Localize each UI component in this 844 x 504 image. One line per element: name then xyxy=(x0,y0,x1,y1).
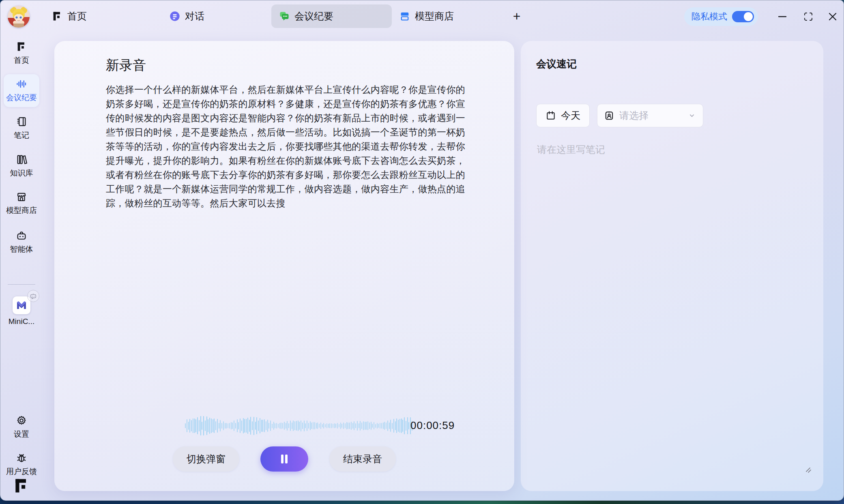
privacy-toggle[interactable] xyxy=(732,11,754,22)
calendar-icon xyxy=(545,110,556,121)
transcript-text: 你选择一个什么样的新媒体平台，然后在新媒体平台上宣传什么内容呢？你是宣传你的奶茶… xyxy=(106,83,465,210)
privacy-mode-control[interactable]: 隐私模式 xyxy=(684,7,758,26)
close-icon xyxy=(827,11,838,22)
sidebar-label: 模型商店 xyxy=(6,205,37,216)
sidebar-divider xyxy=(8,284,35,285)
recording-card: 新录音 你选择一个什么样的新媒体平台，然后在新媒体平台上宣传什么内容呢？你是宣传… xyxy=(54,41,514,491)
chevron-down-icon xyxy=(687,111,696,120)
sidebar-item-notes[interactable]: 笔记 xyxy=(4,112,39,145)
waveform-icon xyxy=(16,78,27,90)
books-icon xyxy=(16,154,27,165)
participant-placeholder: 请选择 xyxy=(619,109,683,122)
app-logo-icon xyxy=(16,41,27,52)
sidebar-item-meeting[interactable]: 会议纪要 xyxy=(4,74,39,107)
date-button[interactable]: 今天 xyxy=(536,104,590,127)
sidebar-label: 笔记 xyxy=(14,130,29,141)
tab-model-store[interactable]: 模型商店 xyxy=(392,4,461,28)
titlebar: 首页 对话 会议纪要 xyxy=(0,0,844,33)
recording-timer: 00:00:59 xyxy=(410,419,455,432)
date-button-label: 今天 xyxy=(561,109,580,122)
user-avatar[interactable] xyxy=(8,6,30,28)
store-tab-icon xyxy=(399,11,410,22)
person-badge-icon xyxy=(604,110,614,121)
tab-label: 会议纪要 xyxy=(294,10,333,23)
app-window: 首页 对话 会议纪要 xyxy=(0,0,844,501)
meeting-icon xyxy=(279,11,290,22)
sidebar-label: MiniC... xyxy=(9,317,34,326)
sidebar-item-settings[interactable]: 设置 xyxy=(4,411,39,444)
tab-chat[interactable]: 对话 xyxy=(162,4,212,28)
sidebar-item-minicpm[interactable]: MiniC... xyxy=(4,292,39,330)
tab-meeting-active[interactable]: 会议纪要 xyxy=(271,4,392,28)
notes-panel-title: 会议速记 xyxy=(536,57,577,71)
minimize-icon xyxy=(777,11,788,22)
sidebar-item-home[interactable]: 首页 xyxy=(4,37,39,70)
brand-logo-icon xyxy=(13,477,30,495)
toggle-knob xyxy=(744,12,753,21)
participant-select[interactable]: 请选择 xyxy=(597,104,703,127)
sidebar-label: 首页 xyxy=(14,55,29,66)
minimize-button[interactable] xyxy=(774,9,790,24)
plus-icon: + xyxy=(513,9,521,24)
gear-icon xyxy=(16,415,27,426)
tab-label: 模型商店 xyxy=(415,10,454,23)
pause-button[interactable] xyxy=(260,446,308,472)
maximize-icon xyxy=(803,11,814,22)
close-button[interactable] xyxy=(825,9,841,24)
recording-controls: 切换弹窗 结束录音 xyxy=(54,446,514,472)
minicpm-wrap xyxy=(13,296,30,314)
new-tab-button[interactable]: + xyxy=(507,6,527,26)
assistant-bubble-icon xyxy=(27,290,39,302)
tab-label: 首页 xyxy=(67,10,87,23)
resize-handle[interactable] xyxy=(804,466,813,475)
app-logo-icon xyxy=(52,11,63,22)
sidebar-item-feedback[interactable]: 用户反馈 xyxy=(4,448,39,481)
sidebar-label: 设置 xyxy=(14,429,29,440)
notes-filters-row: 今天 请选择 xyxy=(536,104,703,127)
sidebar-item-model-store[interactable]: 模型商店 xyxy=(4,187,39,220)
notebook-icon xyxy=(16,116,27,127)
stop-recording-button[interactable]: 结束录音 xyxy=(329,446,396,472)
toggle-popup-button[interactable]: 切换弹窗 xyxy=(173,446,239,472)
sidebar-label: 知识库 xyxy=(10,168,33,178)
sidebar-label: 会议纪要 xyxy=(6,92,37,103)
robot-icon xyxy=(16,230,27,241)
recording-title: 新录音 xyxy=(106,56,146,75)
meeting-notes-panel: 会议速记 今天 请选择 xyxy=(521,41,823,491)
notes-input[interactable]: 请在这里写笔记 xyxy=(537,143,807,156)
privacy-mode-label: 隐私模式 xyxy=(692,11,727,23)
sidebar-item-knowledge[interactable]: 知识库 xyxy=(4,150,39,182)
tab-home[interactable]: 首页 xyxy=(44,4,94,28)
sidebar: 首页 会议纪要 笔记 xyxy=(0,33,43,500)
maximize-button[interactable] xyxy=(800,9,816,24)
audio-waveform xyxy=(185,414,413,438)
chat-icon xyxy=(169,11,180,22)
tab-label: 对话 xyxy=(185,10,204,23)
bug-icon xyxy=(16,452,27,463)
pause-icon xyxy=(278,453,290,465)
sidebar-label: 用户反馈 xyxy=(6,466,37,477)
avatar-illustration xyxy=(8,6,30,28)
storefront-icon xyxy=(16,191,27,202)
sidebar-label: 智能体 xyxy=(10,244,33,255)
sidebar-item-agent[interactable]: 智能体 xyxy=(4,226,39,259)
